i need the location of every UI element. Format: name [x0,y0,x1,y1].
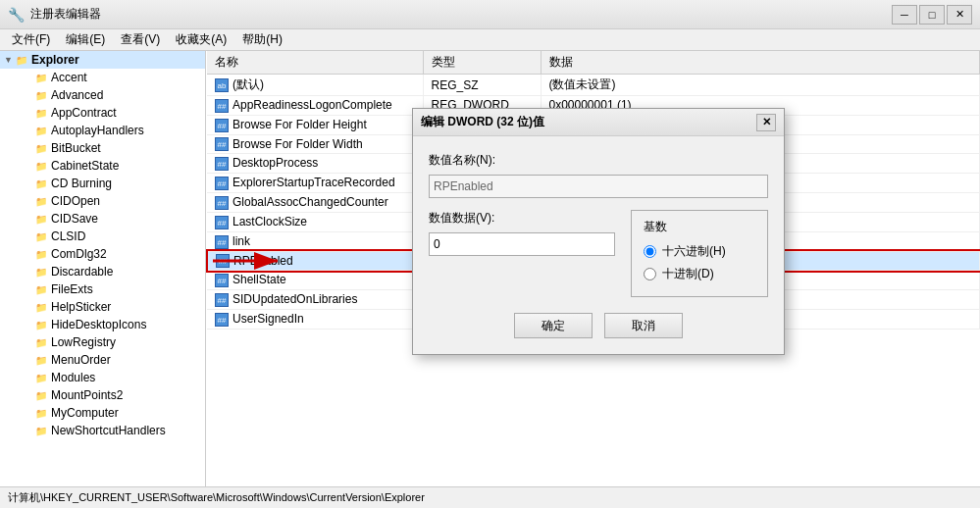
menu-help[interactable]: 帮助(H) [234,29,290,50]
reg-dword-icon: ## [215,293,229,307]
sidebar-item-hidedesktop[interactable]: 📁 HideDesktopIcons [20,316,205,333]
value-input[interactable] [429,232,615,256]
sidebar-item-mountpoints2[interactable]: 📁 MountPoints2 [20,386,205,404]
reg-value-icon: ab [215,78,229,92]
sidebar-item-appcontract[interactable]: 📁 AppContract [20,104,205,122]
dialog-close-button[interactable]: ✕ [756,114,776,131]
dialog-title-bar: 编辑 DWORD (32 位)值 ✕ [413,109,784,136]
sidebar-item-advanced[interactable]: 📁 Advanced [20,86,205,104]
sidebar-item-cidsave[interactable]: 📁 CIDSave [20,210,205,228]
col-header-type: 类型 [423,51,541,75]
reg-dword-icon: ## [215,99,229,113]
base-group: 基数 十六进制(H) 十进制(D) [631,210,768,297]
reg-dword-icon: ## [215,119,229,132]
status-bar: 计算机\HKEY_CURRENT_USER\Software\Microsoft… [0,486,980,508]
sidebar-item-clsid[interactable]: 📁 CLSID [20,228,205,245]
menu-view[interactable]: 查看(V) [113,29,168,50]
sidebar-item-cidopen[interactable]: 📁 CIDOpen [20,192,205,210]
sidebar-item-comdlg32[interactable]: 📁 ComDlg32 [20,245,205,263]
base-label: 基数 [644,219,755,235]
reg-dword-icon: ## [215,177,229,190]
value-label: 数值数据(V): [429,210,615,227]
hex-label[interactable]: 十六进制(H) [662,243,726,260]
sidebar-item-lowregistry[interactable]: 📁 LowRegistry [20,333,205,351]
name-label: 数值名称(N): [429,152,768,169]
sidebar-item-menuorder[interactable]: 📁 MenuOrder [20,351,205,369]
name-input[interactable] [429,175,768,198]
reg-dword-icon: ## [215,157,229,171]
sidebar-item-discardable[interactable]: 📁 Discardable [20,263,205,280]
cancel-button[interactable]: 取消 [604,313,683,338]
hex-radio[interactable] [644,245,656,258]
dec-label[interactable]: 十进制(D) [662,266,714,282]
minimize-button[interactable]: ─ [892,5,917,25]
sidebar-item-explorer[interactable]: ▼ 📁 Explorer [0,51,205,69]
sidebar-item-cabinetstate[interactable]: 📁 CabinetState [20,157,205,175]
app-icon: 🔧 [8,7,25,23]
sidebar-item-newshortcut[interactable]: 📁 NewShortcutHandlers [20,422,205,439]
reg-dword-icon: ## [215,235,229,249]
reg-dword-icon: ## [216,254,230,268]
dialog-title-text: 编辑 DWORD (32 位)值 [421,114,544,130]
sidebar-tree: ▼ 📁 Explorer 📁 Accent 📁 Advanced 📁 [0,51,206,486]
sidebar-item-mycomputer[interactable]: 📁 MyComputer [20,404,205,422]
window-title: 注册表编辑器 [30,6,101,23]
reg-dword-icon: ## [215,313,229,327]
sidebar-item-cdburning[interactable]: 📁 CD Burning [20,175,205,192]
table-row[interactable]: ab(默认) REG_SZ (数值未设置) [207,75,980,96]
edit-dword-dialog: 编辑 DWORD (32 位)值 ✕ 数值名称(N): 数值数据(V): 基数 … [412,108,785,355]
ok-button[interactable]: 确定 [514,313,593,338]
sidebar-item-accent[interactable]: 📁 Accent [20,69,205,86]
sidebar-item-helpsticker[interactable]: 📁 HelpSticker [20,298,205,316]
menu-bar: 文件(F) 编辑(E) 查看(V) 收藏夹(A) 帮助(H) [0,29,980,51]
sidebar-item-bitbucket[interactable]: 📁 BitBucket [20,139,205,157]
reg-dword-icon: ## [215,274,229,287]
reg-dword-icon: ## [215,216,229,229]
status-text: 计算机\HKEY_CURRENT_USER\Software\Microsoft… [8,490,425,505]
sidebar-item-modules[interactable]: 📁 Modules [20,369,205,386]
close-button[interactable]: ✕ [947,5,972,25]
title-bar: 🔧 注册表编辑器 ─ □ ✕ [0,0,980,29]
maximize-button[interactable]: □ [919,5,945,25]
reg-dword-icon: ## [215,196,229,210]
menu-favorites[interactable]: 收藏夹(A) [168,29,234,50]
col-header-data: 数据 [541,51,980,75]
menu-file[interactable]: 文件(F) [4,29,58,50]
reg-dword-icon: ## [215,137,229,151]
menu-edit[interactable]: 编辑(E) [58,29,113,50]
sidebar-item-fileexts[interactable]: 📁 FileExts [20,280,205,298]
sidebar-item-autoplay[interactable]: 📁 AutoplayHandlers [20,122,205,139]
dec-radio[interactable] [644,268,656,280]
col-header-name: 名称 [207,51,423,75]
